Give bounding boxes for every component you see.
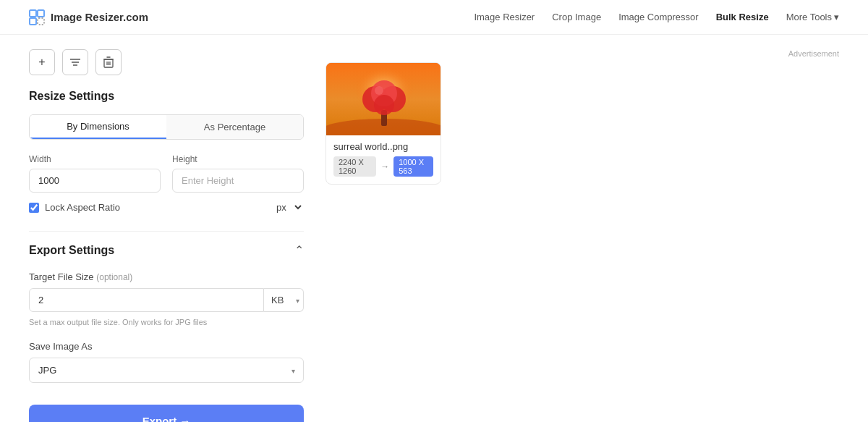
add-button[interactable]: + — [29, 49, 55, 75]
preview-image-svg — [326, 63, 441, 135]
nav-image-resizer[interactable]: Image Resizer — [474, 12, 535, 22]
export-settings-section: Export Settings ⌃ Target File Size (opti… — [29, 231, 304, 422]
resize-tab-group: By Dimensions As Percentage — [29, 114, 304, 140]
filter-button[interactable] — [62, 49, 88, 75]
dims-arrow-icon: → — [380, 161, 389, 172]
right-side: Advertisement — [326, 49, 839, 422]
width-label: Width — [29, 154, 161, 164]
svg-rect-1 — [38, 10, 44, 17]
nav-image-compressor[interactable]: Image Compressor — [618, 12, 699, 22]
advertisement-top: Advertisement — [326, 49, 839, 58]
height-label: Height — [172, 154, 304, 164]
format-select-wrapper: JPG PNG WEBP GIF BMP ▾ — [29, 358, 304, 383]
height-group: Height — [172, 154, 304, 193]
svg-rect-2 — [30, 18, 36, 25]
svg-point-21 — [375, 86, 383, 95]
original-dims-badge: 2240 X 1260 — [333, 156, 376, 177]
collapse-export-button[interactable]: ⌃ — [294, 243, 304, 257]
trash-icon — [103, 56, 114, 68]
toolbar: + — [29, 49, 304, 75]
file-size-input[interactable] — [29, 288, 264, 312]
svg-rect-0 — [30, 10, 36, 17]
export-settings-header: Export Settings ⌃ — [29, 231, 304, 257]
file-size-row: KB MB ▾ — [29, 288, 304, 312]
chevron-down-icon: ▾ — [834, 12, 839, 22]
logo-icon — [29, 9, 45, 25]
dimensions-row: Width Height — [29, 154, 304, 193]
height-input[interactable] — [172, 169, 304, 193]
tab-as-percentage[interactable]: As Percentage — [166, 115, 303, 139]
width-group: Width — [29, 154, 161, 193]
target-file-size-label: Target File Size (optional) — [29, 271, 304, 282]
delete-button[interactable] — [95, 49, 122, 75]
image-filename: surreal world..png — [326, 135, 441, 156]
resize-settings-section: Resize Settings By Dimensions As Percent… — [29, 90, 304, 214]
new-dims-badge: 1000 X 563 — [393, 156, 433, 177]
lock-aspect-ratio-group: Lock Aspect Ratio — [29, 202, 120, 213]
svg-point-20 — [374, 95, 394, 115]
unit-select-wrapper: KB MB ▾ — [264, 288, 304, 312]
left-panel: + Resize Settin — [29, 49, 304, 422]
lock-label: Lock Aspect Ratio — [45, 202, 120, 213]
resize-settings-title: Resize Settings — [29, 90, 304, 103]
nav-bulk-resize[interactable]: Bulk Resize — [716, 12, 769, 22]
format-select[interactable]: JPG PNG WEBP GIF BMP — [29, 358, 304, 383]
lock-row: Lock Aspect Ratio px cm mm in — [29, 201, 304, 214]
unit-select[interactable]: KB MB — [264, 288, 304, 312]
main-nav: Image Resizer Crop Image Image Compresso… — [474, 12, 839, 22]
image-preview — [326, 63, 441, 135]
nav-more-tools[interactable]: More Tools ▾ — [786, 12, 839, 22]
nav-crop-image[interactable]: Crop Image — [552, 12, 601, 22]
filter-icon — [69, 57, 81, 67]
export-settings-title: Export Settings — [29, 244, 114, 257]
unit-select-px[interactable]: px cm mm in — [273, 201, 304, 214]
header: Image Resizer.com Image Resizer Crop Ima… — [0, 0, 868, 35]
hint-text: Set a max output file size. Only works f… — [29, 318, 304, 326]
save-image-as-label: Save Image As — [29, 341, 304, 352]
lock-aspect-ratio-checkbox[interactable] — [29, 203, 39, 213]
export-button[interactable]: Export → — [29, 405, 304, 422]
image-dimensions: 2240 X 1260 → 1000 X 563 — [326, 156, 441, 177]
width-input[interactable] — [29, 169, 161, 193]
logo[interactable]: Image Resizer.com — [29, 9, 148, 25]
image-card: surreal world..png 2240 X 1260 → 1000 X … — [326, 62, 441, 185]
tab-by-dimensions[interactable]: By Dimensions — [30, 115, 166, 139]
svg-rect-3 — [38, 18, 44, 25]
logo-text: Image Resizer.com — [51, 11, 148, 23]
main-container: + Resize Settin — [0, 35, 868, 422]
